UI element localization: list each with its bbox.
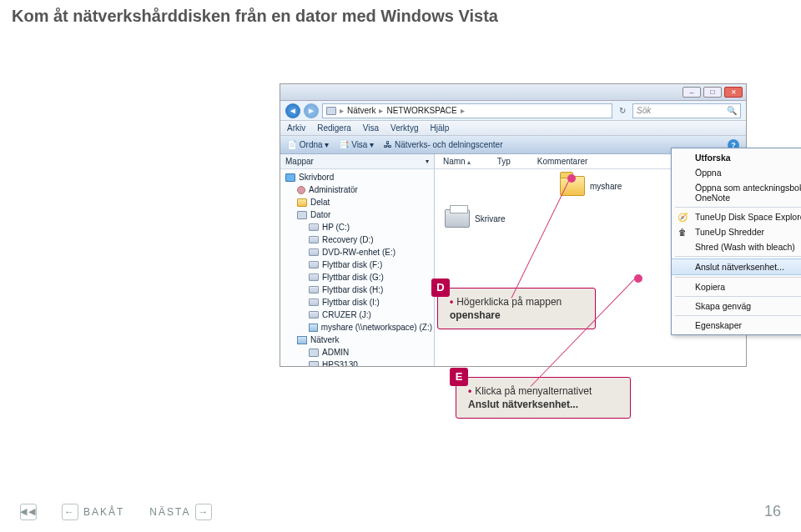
callout-d: D •Högerklicka på mappen openshare	[437, 288, 596, 329]
col-kommentarer[interactable]: Kommentarer	[537, 157, 588, 166]
folder-tree: Skrivbord Administratör Delat Dator HP (…	[280, 169, 434, 366]
location-icon	[326, 107, 336, 115]
callout-e-dot	[634, 274, 642, 283]
maximize-button[interactable]: □	[703, 87, 722, 98]
callout-e-line1: Klicka på menyalternativet	[475, 385, 592, 397]
tree-administrator[interactable]: Administratör	[285, 183, 432, 196]
address-bar[interactable]: ▸ Nätverk ▸ NETWORKSPACE ▸	[322, 103, 612, 118]
tree-admin[interactable]: ADMIN	[285, 346, 432, 359]
tree-dvd-e[interactable]: DVD-RW-enhet (E:)	[285, 246, 432, 258]
printer-icon	[445, 209, 470, 228]
breadcrumb-node[interactable]: NETWORKSPACE	[386, 106, 456, 115]
page-title: Kom åt nätverkshårddisken från en dator …	[12, 7, 498, 26]
minimize-button[interactable]: –	[683, 87, 701, 98]
search-input[interactable]: Sök 🔍	[632, 103, 741, 118]
tree-skrivbord[interactable]: Skrivbord	[285, 171, 432, 183]
home-icon: ◀◀	[20, 504, 37, 520]
callout-e-badge: E	[450, 368, 468, 386]
address-row: ◄ ► ▸ Nätverk ▸ NETWORKSPACE ▸ ↻ Sök 🔍	[280, 101, 746, 121]
tree-hps3130[interactable]: HPS3130	[285, 359, 432, 366]
back-button[interactable]: ← BAKÅT	[62, 504, 124, 520]
tree-delat[interactable]: Delat	[285, 196, 432, 208]
home-button[interactable]: ◀◀	[20, 504, 37, 520]
ctx-tuneup-shred[interactable]: 🗑TuneUp Shredder	[672, 224, 801, 239]
tree-cruzer-j[interactable]: CRUZER (J:)	[285, 309, 432, 321]
nav-forward-button[interactable]: ►	[304, 103, 319, 118]
breadcrumb-root[interactable]: Nätverk	[347, 106, 375, 115]
shredder-icon: 🗑	[677, 226, 688, 238]
tree-flytt-g[interactable]: Flyttbar disk (G:)	[285, 271, 432, 284]
menu-verktyg[interactable]: Verktyg	[390, 123, 418, 133]
callout-d-badge: D	[431, 279, 450, 297]
back-label: BAKÅT	[83, 506, 124, 518]
share-skrivare[interactable]: Skrivare	[445, 209, 506, 228]
callout-d-line2: openshare	[450, 309, 501, 321]
sidebar-header: Mappar	[285, 157, 314, 166]
footer: ◀◀ ← BAKÅT NÄSTA → 16	[0, 503, 801, 520]
col-typ[interactable]: Typ	[497, 157, 511, 166]
tree-recovery-d[interactable]: Recovery (D:)	[285, 233, 432, 246]
next-button[interactable]: NÄSTA →	[149, 504, 212, 520]
ctx-kopiera[interactable]: Kopiera	[672, 279, 801, 294]
next-icon: →	[195, 504, 212, 520]
tree-flytt-i[interactable]: Flyttbar disk (I:)	[285, 296, 432, 309]
menu-visa[interactable]: Visa	[363, 123, 379, 133]
back-icon: ←	[62, 504, 78, 520]
next-label: NÄSTA	[149, 506, 190, 518]
window-titlebar: – □ ✕	[280, 84, 746, 101]
tree-flytt-f[interactable]: Flyttbar disk (F:)	[285, 258, 432, 271]
tree-myshare-z[interactable]: myshare (\\networkspace) (Z:)	[285, 321, 432, 334]
callout-d-line1: Högerklicka på mappen	[456, 296, 562, 308]
ctx-genvag[interactable]: Skapa genväg	[672, 299, 801, 314]
toolbar-network-center[interactable]: 🖧 Nätverks- och delningscenter	[384, 140, 502, 149]
search-icon: 🔍	[727, 106, 737, 115]
ctx-oppna[interactable]: Öppna	[672, 165, 801, 180]
callout-d-dot	[567, 174, 576, 183]
context-menu: Utforska Öppna Öppna som anteckningsbok …	[671, 148, 801, 335]
search-placeholder: Sök	[637, 106, 651, 115]
menu-bar: Arkiv Redigera Visa Verktyg Hjälp	[280, 121, 746, 136]
ctx-shred[interactable]: Shred (Wash with bleach)	[672, 239, 801, 254]
nav-back-button[interactable]: ◄	[285, 103, 300, 118]
sidebar: Mappar ▾ Skrivbord Administratör Delat D…	[280, 154, 435, 366]
ctx-anslut-natverksenhet[interactable]: Anslut nätverksenhet...	[672, 258, 801, 275]
menu-redigera[interactable]: Redigera	[317, 123, 351, 133]
refresh-button[interactable]: ↻	[616, 106, 629, 115]
tree-dator[interactable]: Dator	[285, 208, 432, 221]
callout-e-line2: Anslut nätverksenhet...	[468, 399, 578, 410]
close-button[interactable]: ✕	[724, 87, 743, 98]
page-number: 16	[764, 503, 781, 520]
callout-e: E •Klicka på menyalternativet Anslut nät…	[456, 377, 631, 419]
menu-arkiv[interactable]: Arkiv	[287, 123, 305, 133]
toolbar-visa[interactable]: 📑 Visa ▾	[339, 140, 374, 149]
sidebar-collapse-icon[interactable]: ▾	[426, 158, 429, 165]
tree-flytt-h[interactable]: Flyttbar disk (H:)	[285, 284, 432, 296]
tuneup-icon: 🧭	[677, 211, 688, 223]
ctx-utforska[interactable]: Utforska	[672, 150, 801, 165]
ctx-onenote[interactable]: Öppna som anteckningsbok i OneNote	[672, 180, 801, 205]
toolbar-ordna[interactable]: 📄 Ordna ▾	[287, 140, 329, 149]
col-namn[interactable]: Namn	[443, 157, 471, 166]
tree-natverk[interactable]: Nätverk	[285, 334, 432, 346]
tree-hp-c[interactable]: HP (C:)	[285, 221, 432, 233]
menu-hjalp[interactable]: Hjälp	[430, 123, 449, 133]
ctx-tuneup-disk[interactable]: 🧭TuneUp Disk Space Explorer	[672, 209, 801, 224]
ctx-egenskaper[interactable]: Egenskaper	[672, 318, 801, 333]
